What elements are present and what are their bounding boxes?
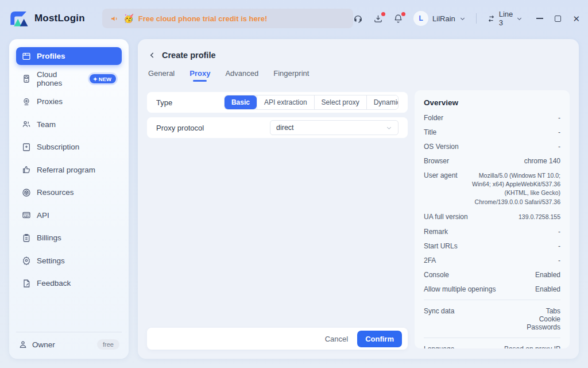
- sidebar-footer: Owner free: [16, 332, 122, 351]
- topbar-actions: L LilRain Line 3 ✕: [353, 10, 580, 27]
- overview-row-browser: Browser chrome 140: [424, 157, 560, 165]
- protocol-label: Proxy protocol: [156, 124, 260, 132]
- page-title: Create profile: [162, 51, 215, 60]
- close-button[interactable]: ✕: [572, 14, 580, 23]
- sidebar-item-subscription[interactable]: Subscription: [16, 138, 122, 156]
- overview-row-remark: Remark -: [424, 228, 560, 236]
- sidebar-item-profiles[interactable]: Profiles: [16, 47, 122, 65]
- confirm-button[interactable]: Confirm: [357, 331, 402, 347]
- proxy-globe-icon: [22, 97, 31, 106]
- download-alert-dot: [381, 12, 385, 16]
- cancel-button[interactable]: Cancel: [325, 335, 348, 343]
- line-label: Line 3: [499, 10, 513, 27]
- tab-advanced[interactable]: Advanced: [225, 69, 258, 83]
- banner-text: Free cloud phone trial credit is here!: [138, 14, 268, 23]
- type-option-basic[interactable]: Basic: [225, 95, 257, 109]
- browser-window-icon: [22, 52, 31, 61]
- sidebar-item-label: Profiles: [37, 52, 65, 60]
- bell-alert-dot: [401, 12, 405, 16]
- back-chevron-icon[interactable]: [148, 51, 156, 59]
- proxy-type-segmented-control: Basic API extraction Select proxy Dynami…: [224, 95, 399, 110]
- tab-general[interactable]: General: [148, 69, 175, 83]
- plan-badge: free: [97, 339, 119, 350]
- overview-row-2fa: 2FA -: [424, 256, 560, 264]
- page-header: Create profile: [138, 39, 579, 63]
- sidebar-item-label: Proxies: [37, 97, 63, 106]
- thumbs-up-icon: [22, 165, 31, 174]
- protocol-row: Proxy protocol direct: [147, 117, 408, 138]
- sidebar: Profiles Cloud phones ✦NEW Proxies Team …: [9, 39, 129, 359]
- sidebar-item-cloud-phones[interactable]: Cloud phones ✦NEW: [16, 70, 122, 88]
- bell-icon[interactable]: [393, 14, 403, 24]
- overview-title: Overview: [424, 98, 560, 107]
- action-bar: Cancel Confirm: [147, 328, 408, 350]
- proxy-protocol-value: direct: [276, 124, 294, 132]
- gear-icon: [22, 256, 31, 265]
- overview-row-title: Title -: [424, 128, 560, 136]
- sidebar-item-label: Cloud phones: [37, 70, 84, 87]
- team-icon: [22, 120, 31, 129]
- proxy-form: Type Basic API extraction Select proxy D…: [147, 92, 408, 143]
- package-icon: [22, 188, 31, 197]
- user-name: LilRain: [432, 14, 455, 23]
- overview-row-ua-full-version: UA full version 139.0.7258.155: [424, 213, 560, 221]
- type-row: Type Basic API extraction Select proxy D…: [147, 92, 408, 113]
- minimize-button[interactable]: [536, 18, 543, 19]
- avatar: L: [413, 11, 428, 26]
- proxy-protocol-select[interactable]: direct: [270, 120, 399, 135]
- billing-clipboard-icon: [22, 233, 31, 243]
- overview-row-start-urls: Start URLs -: [424, 242, 560, 250]
- sidebar-item-feedback[interactable]: Feedback: [16, 274, 122, 292]
- sidebar-item-label: Referral program: [37, 166, 95, 174]
- speaker-icon: [110, 14, 119, 23]
- sidebar-item-label: Subscription: [37, 143, 79, 151]
- overview-row-user-agent: User agent Mozilla/5.0 (Windows NT 10.0;…: [424, 171, 560, 206]
- overview-divider: [424, 338, 560, 338]
- new-badge: ✦NEW: [90, 74, 116, 83]
- sparkle-icon: ✦: [93, 76, 98, 82]
- chevron-down-icon: [386, 125, 392, 131]
- sidebar-item-resources[interactable]: Resources: [16, 183, 122, 201]
- sidebar-item-settings[interactable]: Settings: [16, 252, 122, 270]
- sidebar-item-label: Team: [37, 120, 56, 129]
- overview-row-sync-data: Sync data Tabs Cookie Passwords: [424, 307, 560, 331]
- sidebar-item-label: Settings: [37, 256, 65, 265]
- sidebar-item-label: API: [37, 211, 49, 220]
- window-controls: ✕: [536, 14, 580, 23]
- feedback-doc-icon: [22, 279, 31, 288]
- chevron-down-icon: [516, 16, 523, 22]
- overview-row-folder: Folder -: [424, 114, 560, 122]
- tab-bar: General Proxy Advanced Fingerprint: [138, 63, 579, 83]
- download-icon[interactable]: [373, 14, 383, 24]
- type-option-select-proxy[interactable]: Select proxy: [314, 95, 366, 109]
- overview-divider: [424, 300, 560, 300]
- line-selector[interactable]: Line 3: [487, 10, 523, 27]
- brand-name: MostLogin: [34, 13, 85, 24]
- overview-panel: Overview Folder - Title - OS Version - B…: [415, 90, 570, 348]
- sidebar-item-label: Billings: [37, 233, 61, 242]
- owner-label: Owner: [32, 340, 55, 349]
- sidebar-item-api[interactable]: API: [16, 206, 122, 224]
- promo-banner[interactable]: 🥳 Free cloud phone trial credit is here!: [102, 9, 353, 28]
- chevron-down-icon: [459, 16, 466, 22]
- maximize-button[interactable]: [555, 16, 561, 22]
- overview-row-os-version: OS Version -: [424, 143, 560, 151]
- main-panel: Create profile General Proxy Advanced Fi…: [138, 39, 579, 359]
- support-headset-icon[interactable]: [353, 14, 363, 24]
- owner-person-icon: [18, 340, 28, 349]
- sidebar-item-referral-program[interactable]: Referral program: [16, 161, 122, 179]
- type-option-api-extraction[interactable]: API extraction: [257, 95, 314, 109]
- sidebar-item-billings[interactable]: Billings: [16, 229, 122, 247]
- tab-fingerprint[interactable]: Fingerprint: [273, 69, 309, 83]
- sidebar-item-proxies[interactable]: Proxies: [16, 93, 122, 110]
- mostlogin-logo-icon: [8, 9, 30, 28]
- type-option-dynamic-proxy[interactable]: Dynamic proxy: [366, 95, 399, 109]
- cloud-phone-icon: [22, 74, 31, 83]
- tab-proxy[interactable]: Proxy: [189, 69, 210, 83]
- sidebar-item-team[interactable]: Team: [16, 116, 122, 133]
- line-switch-icon: [487, 14, 496, 23]
- topbar-divider: [476, 13, 477, 24]
- party-emoji: 🥳: [123, 14, 133, 23]
- brand: MostLogin: [8, 9, 102, 28]
- user-menu[interactable]: L LilRain: [413, 11, 466, 26]
